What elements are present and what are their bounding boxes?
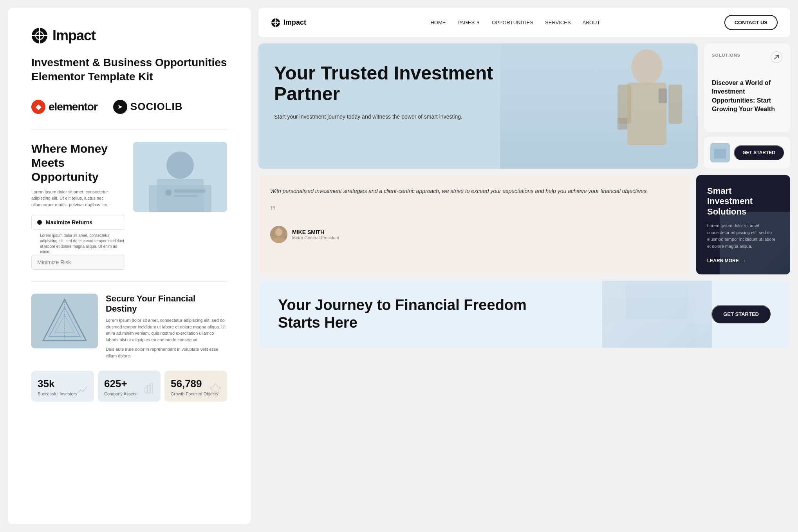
- divider-1: [31, 130, 227, 130]
- nav-links: HOME PAGES ▼ OPPORTUNITIES SERVICES ABOU…: [430, 20, 600, 25]
- nav-opportunities[interactable]: OPPORTUNITIES: [492, 20, 533, 25]
- author-avatar: [270, 226, 287, 243]
- elementor-logo: ◆ elementor: [31, 100, 97, 114]
- quote-mark: ”: [270, 204, 678, 220]
- hero-content: Your Trusted Investment Partner Start yo…: [274, 63, 498, 121]
- smart-investment-card: Smart Investment Solutions Lorem Ipsum d…: [696, 175, 790, 274]
- feature-minimize-risk[interactable]: Minimize Risk: [31, 255, 125, 270]
- svg-point-16: [80, 389, 81, 391]
- stat-card-1: 625+ Company Assets: [98, 371, 161, 402]
- stats-row: 35k Successful Investors 625+ Company As…: [31, 371, 227, 402]
- testimonial-text: With personalized investment strategies …: [270, 187, 678, 196]
- contact-us-button[interactable]: CONTACT US: [724, 15, 778, 30]
- financial-desc: Lorem ipsum dolor sit amet, consectetur …: [106, 317, 227, 343]
- opportunity-section: Where Money Meets Opportunity Lorem ipsu…: [31, 142, 227, 270]
- hero-person-figure: [500, 43, 698, 169]
- svg-rect-31: [617, 118, 627, 130]
- sociolib-icon: ➤: [113, 100, 127, 114]
- hero-title: Your Trusted Investment Partner: [274, 63, 498, 105]
- smart-investment-desc: Lorem Ipsum dolor sit amet, consectetur …: [707, 222, 779, 250]
- svg-point-5: [166, 151, 194, 179]
- svg-point-17: [82, 391, 84, 392]
- svg-rect-33: [714, 149, 726, 159]
- solutions-arrow-icon[interactable]: [771, 51, 782, 63]
- solutions-card: SOLUTIONS Discover a World of Investment…: [704, 43, 790, 132]
- learn-more-link[interactable]: LEARN MORE →: [707, 258, 779, 263]
- elementor-icon: ◆: [31, 100, 45, 114]
- svg-rect-7: [149, 185, 211, 212]
- stat-icon-0: [76, 382, 88, 396]
- financial-text: Secure Your Financial Destiny Lorem ipsu…: [106, 294, 227, 359]
- financial-title: Secure Your Financial Destiny: [106, 294, 227, 314]
- svg-rect-20: [150, 384, 153, 393]
- nav-brand-icon: [271, 18, 280, 27]
- bottom-banner-bg: [602, 281, 712, 348]
- stat-icon-1: [143, 382, 155, 396]
- svg-rect-38: [626, 285, 688, 320]
- partner-logos: ◆ elementor ➤ SOCIOLIB: [31, 96, 227, 118]
- nav-about[interactable]: ABOUT: [583, 20, 600, 25]
- nav-home[interactable]: HOME: [430, 20, 446, 25]
- brand-logo: Impact: [31, 27, 227, 44]
- author-name: MIKE SMITH: [292, 229, 339, 235]
- feature-desc: Lorem ipsum dolor sit amet, consectetur …: [40, 233, 125, 255]
- nav-pages[interactable]: PAGES ▼: [457, 20, 480, 25]
- get-started-card: GET STARTED: [704, 137, 790, 169]
- fin-img-bg: [31, 294, 98, 348]
- opportunity-title: Where Money Meets Opportunity: [31, 142, 125, 184]
- svg-rect-30: [659, 88, 667, 103]
- testimonial-author: MIKE SMITH Metro General President: [270, 226, 678, 243]
- stat-icon-2: [209, 382, 222, 396]
- opportunity-desc: Lorem ipsum dolor sit amet, consectetur …: [31, 189, 125, 208]
- author-info: MIKE SMITH Metro General President: [292, 229, 339, 240]
- elementor-text: elementor: [49, 101, 97, 113]
- svg-rect-10: [174, 195, 198, 197]
- financial-image: [31, 294, 98, 348]
- svg-rect-29: [668, 85, 682, 124]
- opp-img-bg: [133, 142, 227, 212]
- svg-point-26: [631, 49, 663, 85]
- brand-tagline: Investment & Business Opportunities Elem…: [31, 56, 227, 84]
- smart-investment-title: Smart Investment Solutions: [707, 186, 779, 217]
- financial-section: Secure Your Financial Destiny Lorem ipsu…: [31, 294, 227, 359]
- nav-services[interactable]: SERVICES: [545, 20, 571, 25]
- arrow-right-icon: →: [741, 258, 746, 263]
- brand-name: Impact: [52, 27, 96, 44]
- divider-2: [31, 281, 227, 282]
- svg-rect-18: [145, 388, 147, 393]
- bottom-banner-title: Your Journey to Financial Freedom Starts…: [278, 296, 549, 332]
- svg-rect-19: [148, 385, 150, 393]
- bottom-banner: Your Journey to Financial Freedom Starts…: [258, 281, 790, 348]
- nav-brand-name: Impact: [283, 18, 306, 27]
- hero-side: SOLUTIONS Discover a World of Investment…: [704, 43, 790, 169]
- get-started-image: [710, 143, 730, 162]
- opportunity-text: Where Money Meets Opportunity Lorem ipsu…: [31, 142, 125, 270]
- hero-row: Your Trusted Investment Partner Start yo…: [258, 43, 790, 169]
- hero-main: Your Trusted Investment Partner Start yo…: [258, 43, 698, 169]
- svg-point-8: [165, 189, 172, 196]
- stat-card-2: 56,789 Growth Focused Objects: [164, 371, 227, 402]
- feature-label-active: Maximize Returns: [46, 219, 92, 225]
- svg-rect-9: [174, 189, 206, 193]
- right-panel: Impact HOME PAGES ▼ OPPORTUNITIES SERVIC…: [258, 8, 790, 524]
- feature-dot: [37, 220, 42, 225]
- testimonial-card: With personalized investment strategies …: [258, 175, 690, 274]
- feature-label-inactive: Minimize Risk: [37, 259, 71, 265]
- hero-subtitle: Start your investment journey today and …: [274, 112, 498, 121]
- nav-brand: Impact: [271, 18, 306, 27]
- solutions-text: Discover a World of Investment Opportuni…: [712, 79, 782, 114]
- middle-row: With personalized investment strategies …: [258, 175, 790, 274]
- brand-icon: [31, 27, 48, 44]
- chevron-down-icon: ▼: [476, 20, 480, 25]
- navbar: Impact HOME PAGES ▼ OPPORTUNITIES SERVIC…: [258, 8, 790, 37]
- svg-point-35: [275, 228, 282, 236]
- author-title: Metro General President: [292, 235, 339, 240]
- get-started-button[interactable]: GET STARTED: [734, 145, 784, 160]
- solutions-label: SOLUTIONS: [712, 53, 740, 58]
- svg-marker-21: [210, 384, 221, 393]
- feature-maximize-returns[interactable]: Maximize Returns: [31, 215, 125, 230]
- stat-card-0: 35k Successful Investors: [31, 371, 94, 402]
- bottom-banner-cta-button[interactable]: GET STARTED: [711, 305, 771, 323]
- sociolib-logo: ➤ SOCIOLIB: [113, 100, 183, 114]
- financial-sub: Duis aute irure dolor in reprehenderit i…: [106, 346, 227, 359]
